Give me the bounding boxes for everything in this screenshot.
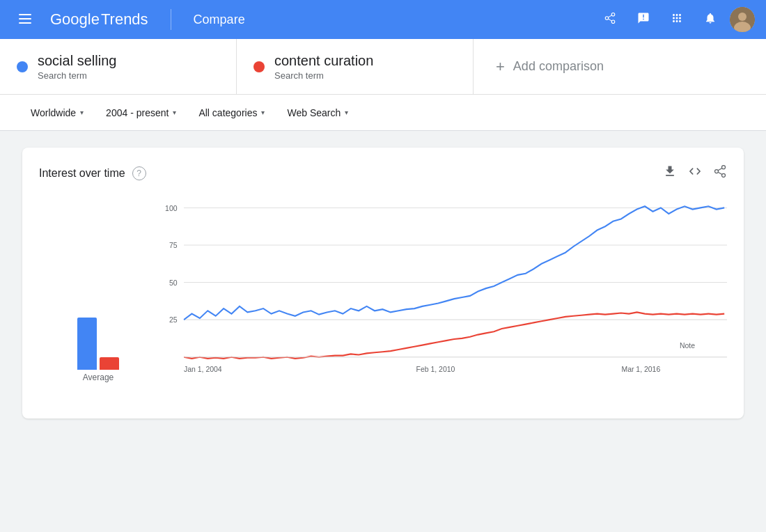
svg-text:Mar 1, 2016: Mar 1, 2016 [621,365,660,374]
term-2-dot [253,61,265,72]
svg-line-7 [608,15,611,17]
svg-line-6 [608,19,611,21]
add-comparison-label: Add comparison [513,59,604,74]
share-chart-button[interactable] [713,164,727,182]
header-divider [171,9,171,30]
menu-icon [19,13,31,27]
svg-point-3 [611,13,615,16]
logo-trends: Trends [101,10,148,29]
term-1-type: Search term [38,70,116,81]
term-2-name: content curation [274,53,373,69]
svg-line-15 [718,168,722,170]
avg-bar-red [100,357,119,370]
apps-icon [671,12,683,28]
svg-text:50: 50 [169,278,178,287]
chart-header: Interest over time ? [39,164,727,182]
search-term-2[interactable]: content curation Search term [237,39,474,94]
chart-area: 100 75 50 25 Jan 1, 2004 Feb 1, 2010 Mar… [157,193,727,402]
app-header: Google Trends Compare [0,0,766,39]
svg-rect-2 [19,22,31,24]
svg-text:Jan 1, 2004: Jan 1, 2004 [184,365,222,374]
region-dropdown-arrow: ▾ [80,109,84,116]
time-label: 2004 - present [106,107,169,118]
chart-actions [663,164,727,182]
apps-button[interactable] [663,6,691,33]
search-type-filter[interactable]: Web Search ▾ [279,102,357,124]
term-2-type: Search term [274,70,373,81]
svg-line-14 [718,172,722,174]
notifications-icon [704,12,717,28]
add-comparison-button[interactable]: + Add comparison [474,39,766,94]
header-right [596,6,755,33]
add-icon: + [496,58,505,76]
svg-point-5 [611,20,615,24]
time-dropdown-arrow: ▾ [173,109,176,116]
chart-title-area: Interest over time ? [39,166,146,180]
share-icon [604,12,616,28]
category-dropdown-arrow: ▾ [261,109,265,116]
svg-point-13 [722,173,726,177]
svg-text:100: 100 [165,203,177,212]
interest-over-time-card: Interest over time ? [22,148,744,418]
chart-container: Average 100 75 50 25 [39,193,727,402]
term-1-dot [17,61,28,72]
feedback-icon [637,12,650,28]
feedback-button[interactable] [630,6,657,33]
svg-rect-0 [19,14,31,15]
svg-text:25: 25 [169,315,178,324]
svg-point-9 [738,13,747,21]
svg-text:Note: Note [680,341,695,350]
term-1-info: social selling Search term [38,53,116,81]
svg-rect-1 [19,18,31,19]
svg-point-11 [722,166,726,169]
logo: Google Trends [50,10,148,29]
region-label: Worldwide [31,107,76,118]
filter-bar: Worldwide ▾ 2004 - present ▾ All categor… [0,95,766,131]
header-left: Google Trends Compare [11,6,245,33]
search-type-label: Web Search [287,107,341,118]
help-icon[interactable]: ? [132,166,146,180]
share-button[interactable] [596,6,624,33]
user-avatar[interactable] [730,7,755,32]
time-filter[interactable]: 2004 - present ▾ [97,102,185,124]
category-label: All categories [198,107,257,118]
svg-point-4 [605,16,609,19]
chart-average-section: Average [39,193,157,402]
search-term-1[interactable]: social selling Search term [0,39,237,94]
avg-bar-blue [77,318,97,370]
notifications-button[interactable] [696,6,724,33]
page-title: Compare [194,13,245,27]
category-filter[interactable]: All categories ▾ [190,102,273,124]
average-label: Average [83,373,114,382]
embed-button[interactable] [688,164,702,182]
line-chart-svg: 100 75 50 25 Jan 1, 2004 Feb 1, 2010 Mar… [157,193,727,402]
menu-button[interactable] [11,6,39,33]
term-2-info: content curation Search term [274,53,373,81]
region-filter[interactable]: Worldwide ▾ [22,102,92,124]
search-type-dropdown-arrow: ▾ [345,109,348,116]
svg-text:75: 75 [169,241,178,250]
svg-point-12 [715,170,719,173]
chart-title: Interest over time [39,167,125,180]
average-bars [77,300,119,370]
svg-text:Feb 1, 2010: Feb 1, 2010 [416,365,455,374]
logo-google: Google [50,10,100,29]
main-content: Interest over time ? [0,131,766,435]
term-1-name: social selling [38,53,116,69]
avatar-image [730,7,755,32]
search-terms-bar: social selling Search term content curat… [0,39,766,95]
download-button[interactable] [663,164,677,182]
